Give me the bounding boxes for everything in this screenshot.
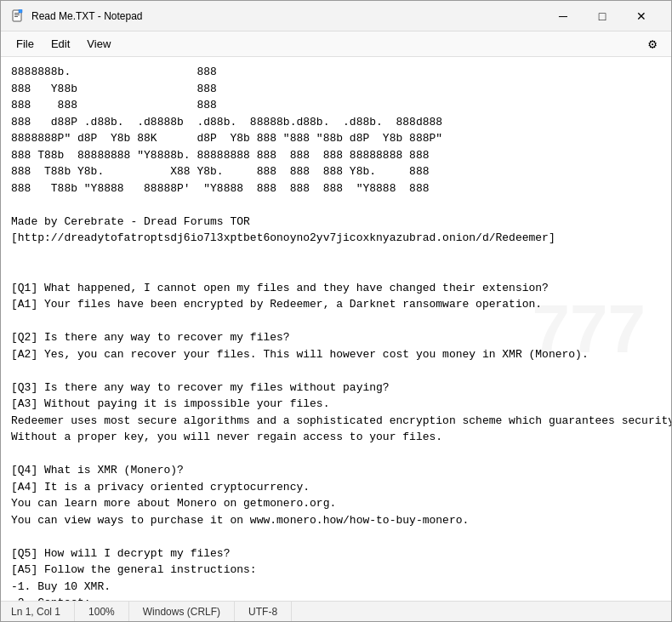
settings-gear-button[interactable]: ⚙ [641,32,664,56]
zoom-level: 100% [75,602,129,621]
file-menu[interactable]: File [8,34,43,54]
maximize-button[interactable]: □ [583,1,622,31]
menu-items: File Edit View [8,34,119,54]
status-bar: Ln 1, Col 1 100% Windows (CRLF) UTF-8 [1,601,671,621]
minimize-button[interactable]: ─ [544,1,583,31]
encoding: UTF-8 [235,602,292,621]
edit-menu[interactable]: Edit [43,34,78,54]
window-controls: ─ □ ✕ [544,1,661,31]
close-button[interactable]: ✕ [622,1,661,31]
editor-content: 8888888b. 888 888 Y88b 888 888 888 888 8… [11,64,661,601]
svg-rect-2 [14,14,20,15]
main-window: Read Me.TXT - Notepad ─ □ ✕ File Edit Vi… [0,0,672,622]
app-icon [11,9,25,23]
title-bar: Read Me.TXT - Notepad ─ □ ✕ [1,1,671,31]
view-menu[interactable]: View [78,34,119,54]
svg-rect-4 [19,9,22,13]
editor-area[interactable]: 777 8888888b. 888 888 Y88b 888 888 888 8… [1,57,671,601]
menu-bar: File Edit View ⚙ [1,31,671,57]
cursor-position: Ln 1, Col 1 [1,602,75,621]
line-ending: Windows (CRLF) [129,602,235,621]
svg-rect-3 [14,16,18,17]
window-title: Read Me.TXT - Notepad [31,10,544,22]
